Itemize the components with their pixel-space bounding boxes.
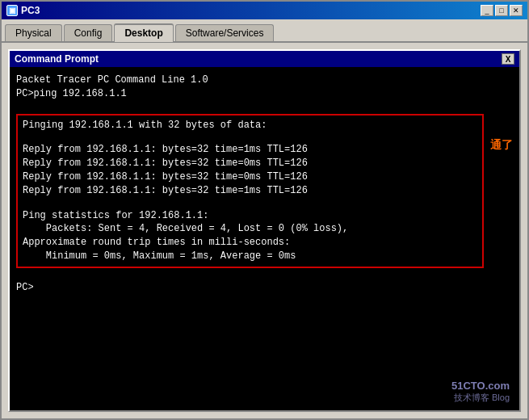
- watermark-blog: 技术博客 Blog: [451, 392, 510, 404]
- main-window: ▣ PC3 _ □ ✕ Physical Config Desktop Soft…: [0, 0, 529, 420]
- reply-line-4: Reply from 192.168.1.1: bytes=32 time=1m…: [23, 184, 477, 198]
- tab-desktop[interactable]: Desktop: [114, 23, 173, 42]
- window-controls: _ □ ✕: [481, 5, 523, 16]
- window-icon: ▣: [6, 5, 18, 16]
- stats-header: Ping statistics for 192.168.1.1:: [23, 209, 477, 223]
- cmd-window: Command Prompt X Packet Tracer PC Comman…: [8, 49, 521, 412]
- empty-line-1: [16, 101, 484, 112]
- close-button[interactable]: ✕: [510, 5, 523, 16]
- tab-bar: Physical Config Desktop Software/Service…: [2, 19, 527, 43]
- tab-software-services[interactable]: Software/Services: [175, 24, 275, 41]
- prompt-end: PC>: [16, 281, 484, 295]
- empty-line-2: [23, 132, 477, 143]
- reply-line-2: Reply from 192.168.1.1: bytes=32 time=0m…: [23, 157, 477, 170]
- cmd-title-bar: Command Prompt X: [10, 51, 519, 67]
- title-bar-left: ▣ PC3: [6, 5, 40, 16]
- tab-config[interactable]: Config: [64, 24, 113, 41]
- reply-line-1: Reply from 192.168.1.1: bytes=32 time=1m…: [23, 143, 477, 157]
- cmd-title: Command Prompt: [15, 53, 99, 65]
- title-bar: ▣ PC3 _ □ ✕: [2, 2, 527, 19]
- window-title: PC3: [21, 5, 40, 16]
- minimize-button[interactable]: _: [481, 5, 493, 16]
- terminal-sidebar: 通了: [490, 74, 513, 295]
- intro-line: Packet Tracer PC Command Line 1.0: [16, 74, 484, 87]
- stats-minmax: Minimum = 0ms, Maximum = 1ms, Average = …: [23, 250, 477, 263]
- stats-packets: Packets: Sent = 4, Received = 4, Lost = …: [23, 222, 477, 236]
- empty-line-3: [23, 198, 477, 209]
- ping-cmd-line: PC>ping 192.168.1.1: [16, 87, 484, 101]
- chinese-label: 通了: [490, 138, 513, 153]
- maximize-button[interactable]: □: [495, 5, 508, 16]
- empty-line-4: [16, 270, 484, 281]
- ping-output-box: Pinging 192.168.1.1 with 32 bytes of dat…: [16, 114, 484, 268]
- watermark: 51CTO.com 技术博客 Blog: [451, 380, 510, 404]
- cmd-body: Packet Tracer PC Command Line 1.0 PC>pin…: [10, 67, 519, 410]
- terminal-main: Packet Tracer PC Command Line 1.0 PC>pin…: [16, 74, 484, 295]
- stats-approx: Approximate round trip times in milli-se…: [23, 236, 477, 250]
- reply-line-3: Reply from 192.168.1.1: bytes=32 time=0m…: [23, 170, 477, 184]
- terminal[interactable]: Packet Tracer PC Command Line 1.0 PC>pin…: [10, 67, 519, 301]
- pinging-line: Pinging 192.168.1.1 with 32 bytes of dat…: [23, 119, 477, 132]
- tab-physical[interactable]: Physical: [5, 24, 62, 41]
- content-area: Command Prompt X Packet Tracer PC Comman…: [2, 43, 527, 418]
- watermark-site: 51CTO.com: [451, 380, 510, 392]
- cmd-close-button[interactable]: X: [502, 53, 514, 65]
